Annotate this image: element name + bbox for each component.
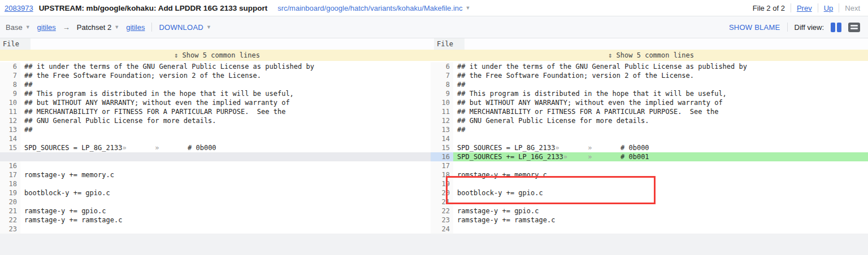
line-number[interactable]: 13 — [0, 125, 20, 134]
unified-view-icon[interactable] — [848, 23, 860, 32]
code-line — [20, 197, 431, 206]
patchset-label: Patchset 2 — [77, 23, 111, 32]
diff-row: 12## GNU General Public License for more… — [0, 116, 868, 125]
code-line: ## — [453, 80, 868, 89]
diff-view-label: Diff view: — [795, 23, 824, 32]
code-line: ramstage-y += ramstage.c — [453, 216, 868, 225]
line-number[interactable]: 13 — [431, 125, 453, 134]
diff-row: 8##8## — [0, 80, 868, 89]
side-by-side-view-icon[interactable] — [831, 23, 841, 32]
line-number[interactable]: 16 — [431, 152, 453, 161]
line-number[interactable]: 17 — [0, 170, 20, 179]
line-number[interactable]: 14 — [431, 134, 453, 143]
code-line: ramstage-y += ramstage.c — [20, 216, 431, 225]
line-number[interactable]: 11 — [431, 107, 453, 116]
tab-marker: » — [588, 153, 592, 161]
diff-row: 15SPD_SOURCES = LP_8G_2133» » # 0b00015S… — [0, 143, 868, 152]
divider — [818, 3, 818, 12]
base-dropdown[interactable]: Base ▼ — [6, 23, 31, 32]
code-line — [453, 161, 868, 170]
line-number[interactable]: 19 — [0, 188, 20, 197]
line-number[interactable]: 23 — [0, 225, 20, 234]
tab-marker: » — [555, 144, 559, 152]
tab-marker: » — [122, 144, 126, 152]
base-label: Base — [6, 23, 23, 32]
expand-label: Show 5 common lines — [617, 51, 694, 59]
diff-row: 7## the Free Software Foundation; versio… — [0, 71, 868, 80]
code-line: ## This program is distributed in the ho… — [453, 89, 868, 98]
code-line: ramstage-y += gpio.c — [20, 206, 431, 216]
expand-common-lines-right[interactable]: ⇕ Show 5 common lines — [434, 50, 868, 61]
line-number[interactable]: 22 — [0, 216, 20, 225]
line-number[interactable]: 22 — [431, 206, 453, 216]
line-number[interactable]: 20 — [431, 188, 453, 197]
right-file-header: File — [434, 38, 868, 50]
gitiles-left-link[interactable]: gitiles — [37, 23, 56, 32]
file-path-label: src/mainboard/google/hatch/variants/koha… — [277, 4, 462, 12]
line-number[interactable]: 15 — [0, 143, 20, 152]
code-line: ramstage-y += gpio.c — [453, 206, 868, 216]
line-number[interactable]: 20 — [0, 197, 20, 206]
code-line: bootblock-y += gpio.c — [453, 188, 868, 197]
line-number[interactable]: 8 — [0, 80, 20, 89]
line-number[interactable]: 19 — [431, 179, 453, 188]
code-line: SPD_SOURCES = LP_8G_2133» » # 0b000 — [20, 143, 431, 152]
expand-icon: ⇕ — [608, 51, 612, 59]
next-file-button[interactable]: Next — [845, 4, 860, 12]
line-number[interactable]: 21 — [431, 197, 453, 206]
code-line: ## the Free Software Foundation; version… — [20, 71, 431, 80]
prev-file-button[interactable]: Prev — [797, 4, 812, 12]
gitiles-right-link[interactable]: gitiles — [126, 23, 145, 32]
code-line: ## — [20, 125, 431, 134]
arrow-right-icon: → — [63, 23, 70, 32]
left-file-header: File — [0, 38, 434, 50]
diff-row: 13##13## — [0, 125, 868, 134]
line-number[interactable]: 9 — [0, 89, 20, 98]
chevron-down-icon: ▼ — [25, 24, 31, 30]
line-number[interactable]: 6 — [431, 62, 453, 71]
file-path-dropdown[interactable]: src/mainboard/google/hatch/variants/koha… — [277, 4, 470, 12]
line-number[interactable]: 9 — [431, 89, 453, 98]
patchset-dropdown[interactable]: Patchset 2 ▼ — [77, 23, 119, 32]
line-number[interactable]: 16 — [0, 161, 20, 170]
line-number[interactable]: 18 — [0, 179, 20, 188]
diff-row: 11## MERCHANTABILITY or FITNESS FOR A PA… — [0, 107, 868, 116]
line-number[interactable]: 6 — [0, 62, 20, 71]
line-number[interactable]: 12 — [431, 116, 453, 125]
diff-row: 21ramstage-y += gpio.c22ramstage-y += gp… — [0, 206, 868, 216]
line-number[interactable]: 24 — [431, 225, 453, 234]
expand-common-lines-left[interactable]: ⇕ Show 5 common lines — [0, 50, 434, 61]
line-number[interactable]: 7 — [0, 71, 20, 80]
line-number[interactable]: 7 — [431, 71, 453, 80]
line-number[interactable]: 14 — [0, 134, 20, 143]
line-number[interactable]: 15 — [431, 143, 453, 152]
diff-row: 6## it under the terms of the GNU Genera… — [0, 62, 868, 71]
code-line: ## This program is distributed in the ho… — [20, 89, 431, 98]
chevron-down-icon: ▼ — [114, 24, 119, 30]
up-button[interactable]: Up — [824, 4, 834, 12]
line-number[interactable]: 21 — [0, 206, 20, 216]
line-number[interactable]: 12 — [0, 116, 20, 125]
line-number[interactable]: 8 — [431, 80, 453, 89]
footer-area — [0, 234, 868, 255]
download-button[interactable]: DOWNLOAD ▼ — [159, 23, 211, 32]
line-number[interactable]: 11 — [0, 107, 20, 116]
change-number-link[interactable]: 2083973 — [5, 4, 33, 12]
code-line: ## but WITHOUT ANY WARRANTY; without eve… — [453, 98, 868, 107]
line-number[interactable]: 10 — [431, 98, 453, 107]
diff-row: 1617 — [0, 161, 868, 170]
code-line: ## — [453, 125, 868, 134]
line-number[interactable]: 17 — [431, 161, 453, 170]
filler-line — [20, 152, 431, 161]
line-number[interactable]: 23 — [431, 216, 453, 225]
code-line: romstage-y += memory.c — [453, 170, 868, 179]
top-header-bar: 2083973 UPSTREAM: mb/google/kohaku: Add … — [0, 0, 868, 16]
expand-icon: ⇕ — [174, 51, 178, 59]
code-line — [20, 225, 431, 234]
code-line — [20, 134, 431, 143]
download-label: DOWNLOAD — [159, 23, 203, 32]
line-number[interactable]: 10 — [0, 98, 20, 107]
line-number[interactable]: 18 — [431, 170, 453, 179]
chevron-down-icon: ▼ — [206, 24, 211, 30]
show-blame-button[interactable]: SHOW BLAME — [729, 23, 780, 32]
